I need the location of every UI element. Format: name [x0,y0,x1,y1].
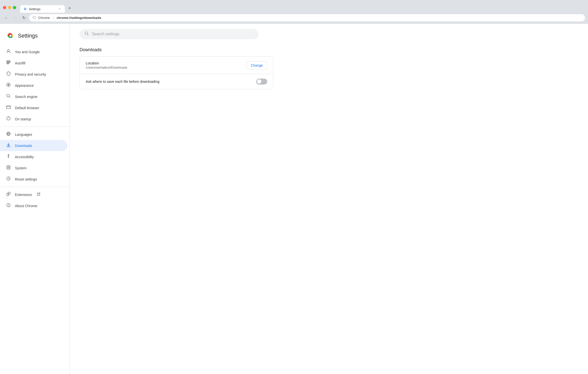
reset-settings-icon [6,176,11,182]
svg-rect-6 [7,62,10,63]
svg-rect-16 [6,106,10,109]
downloads-icon [6,142,11,149]
downloads-section-title: Downloads [80,47,578,52]
sidebar-item-reset-settings[interactable]: Reset settings [0,174,67,185]
sidebar-app-title: Settings [18,33,38,39]
location-row: Location /Users/serhatkurt/Downloads Cha… [80,57,273,74]
ask-save-toggle-slider [256,79,267,85]
traffic-lights [3,6,16,9]
site-security-icon: 🛡 [33,16,36,20]
sidebar-label-accessibility: Accessibility [15,155,34,159]
search-bar-icon [84,31,89,37]
url-bold: settings [71,16,84,20]
sidebar-label-autofill: Autofill [15,61,25,65]
url-prefix: chrome:// [57,16,71,20]
sidebar-item-languages[interactable]: Languages [0,129,67,140]
downloads-settings-card: Location /Users/serhatkurt/Downloads Cha… [80,56,273,89]
settings-tab-icon: ⚙ [24,7,27,11]
sidebar-label-reset-settings: Reset settings [15,177,37,181]
address-separator: | [53,16,53,20]
title-bar: ⚙ Settings × + [0,0,588,13]
search-engine-icon [6,94,11,100]
sidebar-label-on-startup: On startup [15,117,31,121]
privacy-security-icon [6,71,11,77]
ask-save-label: Ask where to save each file before downl… [86,80,256,84]
site-name: Chrome [38,16,50,20]
sidebar-item-default-browser[interactable]: Default browser [0,102,67,113]
back-button[interactable]: ← [3,15,10,21]
settings-tab-title: Settings [29,7,56,11]
sidebar-item-appearance[interactable]: Appearance [0,80,67,91]
svg-point-25 [8,167,9,168]
sidebar-divider-1 [0,127,69,127]
extensions-icon [6,191,11,198]
sidebar-item-on-startup[interactable]: On startup [0,113,67,125]
new-tab-button[interactable]: + [66,4,74,13]
sidebar-label-about-chrome: About Chrome [15,204,37,208]
location-label: Location [86,61,247,65]
address-bar[interactable]: 🛡 Chrome | chrome://settings/downloads [29,14,585,21]
browser-frame: ⚙ Settings × + ← → ↻ 🛡 Chrome | chrome:/… [0,0,588,24]
languages-icon [6,131,11,138]
sidebar: Settings You and Google Autofill Privacy… [0,24,70,374]
sidebar-label-default-browser: Default browser [15,106,39,110]
sidebar-item-autofill[interactable]: Autofill [0,57,67,69]
extensions-external-icon [37,192,40,197]
address-url: chrome://settings/downloads [57,16,101,20]
you-and-google-icon [6,49,11,55]
default-browser-icon [6,105,11,111]
change-location-button[interactable]: Change [247,61,267,69]
sidebar-item-search-engine[interactable]: Search engine [0,91,67,102]
system-icon [6,165,11,171]
refresh-button[interactable]: ↻ [21,14,27,21]
sidebar-item-accessibility[interactable]: Accessibility [0,151,67,162]
sidebar-item-about-chrome[interactable]: About Chrome [0,200,67,211]
svg-point-4 [7,49,9,51]
settings-tab[interactable]: ⚙ Settings × [20,5,65,13]
sidebar-item-system[interactable]: System [0,162,67,174]
minimize-window-button[interactable] [8,6,11,9]
svg-line-33 [87,34,89,36]
svg-point-24 [8,154,9,155]
sidebar-label-appearance: Appearance [15,84,34,88]
ask-save-content: Ask where to save each file before downl… [86,80,256,84]
close-window-button[interactable] [3,6,6,9]
sidebar-header: Settings [0,29,69,46]
autofill-icon [6,60,11,66]
accessibility-icon [6,154,11,160]
sidebar-item-privacy-security[interactable]: Privacy and security [0,69,67,80]
page-content: Settings You and Google Autofill Privacy… [0,24,588,374]
tabs-bar: ⚙ Settings × + [18,4,76,13]
svg-rect-7 [7,63,9,64]
chrome-logo-icon [6,31,15,40]
ask-save-toggle[interactable] [256,79,267,85]
sidebar-label-downloads: Downloads [15,144,32,148]
sidebar-label-extensions: Extensions [15,193,32,197]
forward-button[interactable]: → [12,15,19,21]
settings-tab-close[interactable]: × [58,7,61,11]
sidebar-label-languages: Languages [15,133,32,137]
svg-point-9 [8,84,9,86]
navbar: ← → ↻ 🛡 Chrome | chrome://settings/downl… [0,13,588,24]
svg-rect-5 [7,61,10,61]
search-settings-input[interactable] [92,32,253,36]
search-bar[interactable] [80,29,258,39]
sidebar-item-extensions[interactable]: Extensions [0,189,67,200]
on-startup-icon [6,116,11,122]
sidebar-divider-2 [0,187,69,187]
sidebar-label-you-and-google: You and Google [15,50,40,54]
main-content: Downloads Location /Users/serhatkurt/Dow… [70,24,588,374]
ask-save-row: Ask where to save each file before downl… [80,74,273,89]
appearance-icon [6,82,11,89]
svg-line-15 [9,97,10,98]
maximize-window-button[interactable] [13,6,16,9]
svg-point-3 [10,35,11,37]
sidebar-item-you-and-google[interactable]: You and Google [0,46,67,57]
sidebar-item-downloads[interactable]: Downloads [0,140,67,151]
sidebar-label-search-engine: Search engine [15,95,37,99]
search-bar-container [80,29,578,39]
location-path: /Users/serhatkurt/Downloads [86,66,247,69]
svg-point-30 [8,204,9,205]
sidebar-label-system: System [15,166,27,170]
location-content: Location /Users/serhatkurt/Downloads [86,61,247,69]
